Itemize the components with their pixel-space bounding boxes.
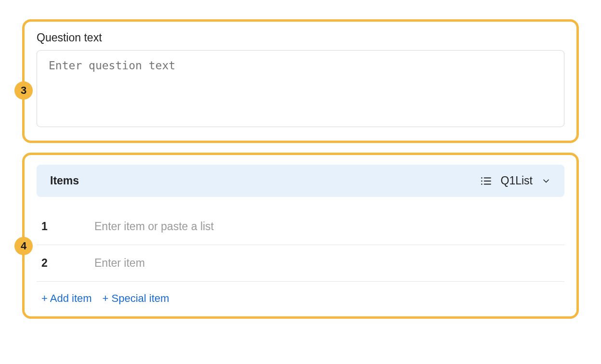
- items-header: Items Q1List: [37, 165, 564, 197]
- list-selector[interactable]: Q1List: [480, 174, 551, 187]
- question-text-input[interactable]: [37, 50, 564, 127]
- item-index: 1: [41, 220, 51, 233]
- item-input-1[interactable]: [94, 220, 560, 233]
- question-text-label: Question text: [37, 31, 564, 44]
- special-item-button[interactable]: + Special item: [103, 292, 170, 305]
- callout-badge-4: 4: [14, 237, 33, 255]
- list-icon: [480, 175, 492, 187]
- item-row: 2: [37, 245, 564, 282]
- svg-point-1: [481, 180, 483, 182]
- item-row: 1: [37, 208, 564, 245]
- items-panel: 4 Items Q1List 1: [22, 153, 579, 319]
- chevron-down-icon: [541, 176, 551, 186]
- svg-point-2: [481, 183, 483, 185]
- item-index: 2: [41, 257, 51, 270]
- list-name: Q1List: [501, 174, 533, 187]
- question-text-panel: 3 Question text: [22, 19, 579, 143]
- svg-point-0: [481, 177, 483, 179]
- items-title: Items: [50, 174, 79, 187]
- item-input-2[interactable]: [94, 257, 560, 270]
- add-item-button[interactable]: + Add item: [41, 292, 92, 305]
- callout-badge-3: 3: [14, 81, 33, 100]
- item-actions: + Add item + Special item: [37, 282, 564, 305]
